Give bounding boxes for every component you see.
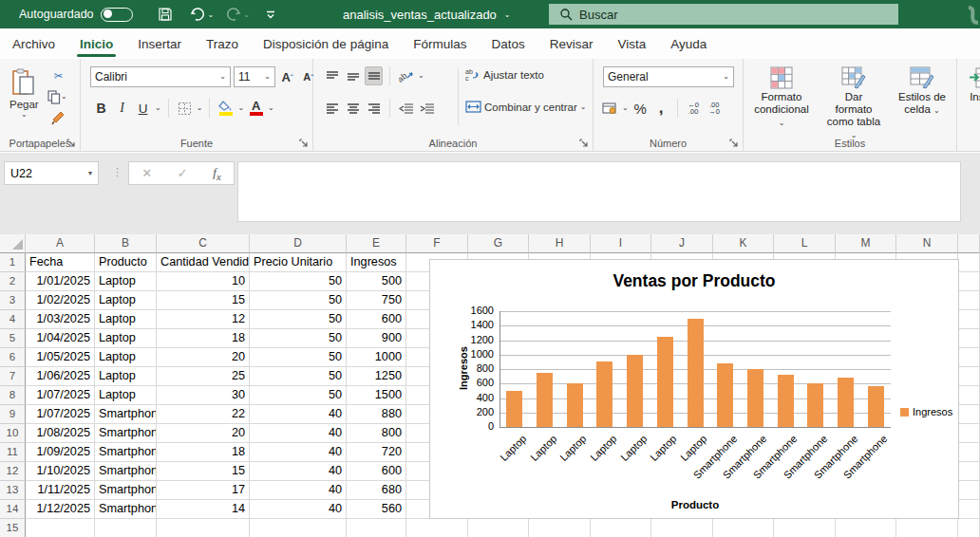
column-header-N[interactable]: N — [896, 234, 958, 253]
column-header-L[interactable]: L — [774, 234, 836, 253]
number-dialog-launcher[interactable] — [729, 139, 739, 148]
cell-A3[interactable]: 1/02/2025 — [26, 291, 95, 310]
cell-E12[interactable]: 600 — [347, 462, 406, 481]
cell-C13[interactable]: 17 — [157, 481, 250, 500]
merge-center-dropdown[interactable]: ⌄ — [580, 104, 587, 110]
tab-datos[interactable]: Datos — [479, 30, 537, 59]
cell-E15[interactable] — [347, 519, 406, 537]
underline-dropdown[interactable]: ⌄ — [155, 105, 161, 111]
row-header-12[interactable]: 12 — [0, 462, 26, 481]
cell-C12[interactable]: 15 — [157, 462, 250, 481]
cell-A10[interactable]: 1/08/2025 — [26, 424, 95, 443]
copy-dropdown[interactable]: ⌄ — [61, 94, 67, 100]
cell-D11[interactable]: 40 — [250, 443, 347, 462]
cell-F15[interactable] — [406, 519, 468, 537]
format-painter-button[interactable] — [49, 108, 67, 127]
align-bottom-button[interactable] — [365, 66, 383, 85]
percent-style-button[interactable]: % — [631, 99, 650, 118]
column-header-D[interactable]: D — [250, 234, 347, 253]
tab-inicio[interactable]: Inicio — [67, 30, 125, 59]
tab-insertar[interactable]: Insertar — [125, 30, 194, 59]
name-box[interactable]: U22 ▾ — [4, 161, 99, 185]
row-header-7[interactable]: 7 — [0, 367, 26, 386]
save-button[interactable] — [158, 7, 173, 22]
chart[interactable]: Ventas por Producto Ingresos Producto In… — [429, 259, 959, 519]
fill-color-button[interactable] — [217, 99, 235, 118]
insert-function-button[interactable]: fx — [213, 165, 220, 182]
cell-C9[interactable]: 22 — [157, 405, 250, 424]
column-header-I[interactable]: I — [591, 234, 651, 253]
cell-D14[interactable]: 40 — [250, 500, 347, 519]
cell-A9[interactable]: 1/07/2025 — [26, 405, 95, 424]
tab-ayuda[interactable]: Ayuda — [658, 30, 719, 59]
cell-D12[interactable]: 40 — [250, 462, 347, 481]
cell-D1[interactable]: Precio Unitario — [250, 253, 347, 272]
confirm-entry-button[interactable]: ✓ — [178, 166, 188, 180]
alignment-dialog-launcher[interactable] — [579, 139, 589, 148]
select-all-corner[interactable] — [0, 234, 26, 253]
row-header-1[interactable]: 1 — [0, 253, 26, 272]
cell-E4[interactable]: 600 — [347, 310, 406, 329]
cut-button[interactable]: ✂ — [49, 66, 67, 85]
formula-bar-input[interactable] — [237, 161, 961, 222]
row-header-6[interactable]: 6 — [0, 348, 26, 367]
cell-C14[interactable]: 14 — [157, 500, 250, 519]
orientation-button[interactable]: ab — [397, 66, 415, 85]
cell-A2[interactable]: 1/01/2025 — [26, 272, 95, 291]
orientation-dropdown[interactable]: ⌄ — [418, 73, 424, 79]
cell-B11[interactable]: Smartphone — [95, 443, 157, 462]
underline-button[interactable]: U — [134, 99, 152, 118]
column-header-A[interactable]: A — [26, 234, 95, 253]
cell-A12[interactable]: 1/10/2025 — [26, 462, 95, 481]
align-top-button[interactable] — [323, 66, 341, 85]
cell-J15[interactable] — [651, 519, 713, 537]
cell-L15[interactable] — [774, 519, 836, 537]
accounting-format-button[interactable] — [601, 99, 619, 118]
increase-decimal-button[interactable]: ←0.00 — [685, 99, 703, 118]
cell-A6[interactable]: 1/05/2025 — [26, 348, 95, 367]
cell-styles-button[interactable]: Estilos de celda ⌄ — [890, 63, 954, 120]
cell-E11[interactable]: 720 — [347, 443, 406, 462]
bold-button[interactable]: B — [92, 99, 110, 118]
cell-D7[interactable]: 50 — [250, 367, 347, 386]
cell-D5[interactable]: 50 — [250, 329, 347, 348]
increase-indent-button[interactable] — [418, 99, 436, 118]
cell-C8[interactable]: 30 — [157, 386, 250, 405]
cell-A8[interactable]: 1/07/2025 — [26, 386, 95, 405]
cell-C6[interactable]: 20 — [157, 348, 250, 367]
cell-styles-dropdown[interactable]: ⌄ — [933, 106, 940, 115]
redo-button[interactable]: ⌄ — [225, 8, 250, 22]
borders-dropdown[interactable]: ⌄ — [197, 105, 203, 111]
search-input[interactable]: Buscar — [549, 4, 898, 25]
decrease-decimal-button[interactable]: .00→0 — [706, 99, 724, 118]
borders-button[interactable] — [176, 99, 194, 118]
cell-B15[interactable] — [95, 519, 157, 537]
clipboard-dialog-launcher[interactable] — [66, 139, 76, 148]
row-header-5[interactable]: 5 — [0, 329, 26, 348]
font-dialog-launcher[interactable] — [299, 139, 309, 148]
tab-f-rmulas[interactable]: Fórmulas — [401, 30, 479, 59]
undo-dropdown[interactable]: ⌄ — [208, 10, 215, 19]
row-header-4[interactable]: 4 — [0, 310, 26, 329]
font-color-button[interactable]: A — [247, 99, 265, 118]
column-header-H[interactable]: H — [529, 234, 591, 253]
cell-E2[interactable]: 500 — [347, 272, 406, 291]
cell-C10[interactable]: 20 — [157, 424, 250, 443]
cell-C5[interactable]: 18 — [157, 329, 250, 348]
align-center-button[interactable] — [344, 99, 362, 118]
cell-E5[interactable]: 900 — [347, 329, 406, 348]
undo-button[interactable]: ⌄ — [190, 8, 215, 22]
cell-A13[interactable]: 1/11/2025 — [26, 481, 95, 500]
cell-N15[interactable] — [896, 519, 958, 537]
align-right-button[interactable] — [365, 99, 383, 118]
cell-B9[interactable]: Smartphone — [95, 405, 157, 424]
row-header-13[interactable]: 13 — [0, 481, 26, 500]
cell-B3[interactable]: Laptop — [95, 291, 157, 310]
autosave-toggle[interactable] — [101, 8, 133, 22]
column-header-K[interactable]: K — [713, 234, 774, 253]
insert-cells-button[interactable]: Inse — [963, 63, 980, 107]
cell-B8[interactable]: Laptop — [95, 386, 157, 405]
cell-E8[interactable]: 1500 — [347, 386, 406, 405]
cell-E13[interactable]: 680 — [347, 481, 406, 500]
tab-archivo[interactable]: Archivo — [0, 30, 67, 59]
